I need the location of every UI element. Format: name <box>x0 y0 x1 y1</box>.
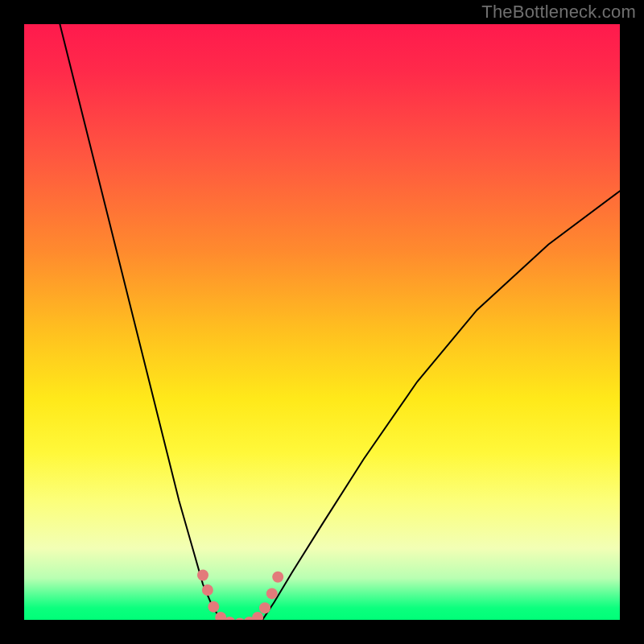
curve-left <box>60 24 221 620</box>
marker-dot <box>208 601 219 613</box>
marker-dot <box>259 602 270 613</box>
marker-dot <box>234 617 246 620</box>
chart-frame: TheBottleneck.com <box>0 0 644 644</box>
curve-right <box>262 191 620 620</box>
marker-dot <box>252 612 263 620</box>
curve-layer <box>24 24 620 620</box>
watermark-text: TheBottleneck.com <box>481 2 636 23</box>
plot-area <box>24 24 620 620</box>
marker-dots <box>197 570 283 621</box>
marker-dot <box>202 584 213 596</box>
marker-dot <box>272 572 283 583</box>
marker-dot <box>266 588 278 599</box>
marker-dot <box>197 570 208 581</box>
